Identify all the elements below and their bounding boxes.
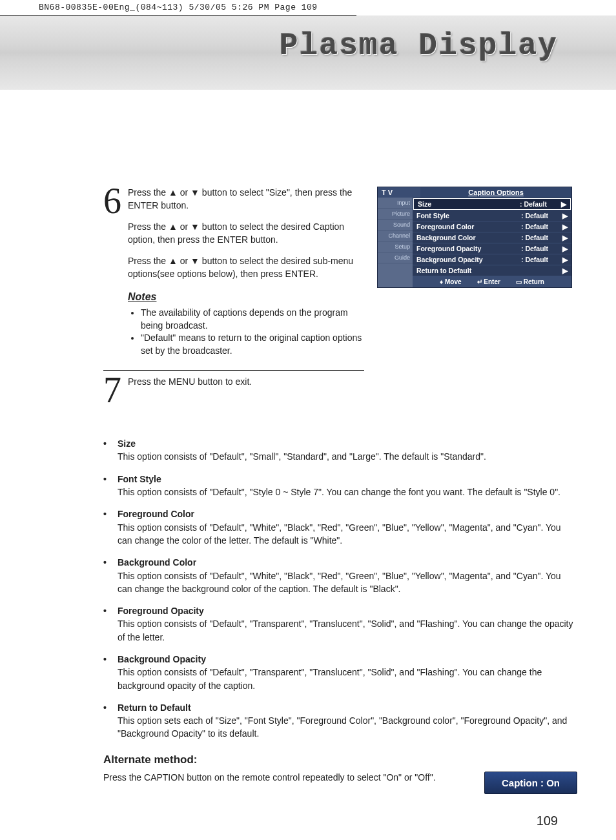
option-title: Font Style (118, 473, 577, 486)
osd-side-setup: Setup (378, 241, 413, 252)
bullet-icon: • (103, 473, 112, 499)
page-number: 109 (103, 814, 577, 828)
osd-row-value: : Default (520, 200, 559, 208)
osd-row-value: : Default (521, 245, 560, 252)
osd-footer-enter: ↵ Enter (477, 278, 500, 285)
caption-status-pill: Caption : On (484, 772, 577, 794)
osd-row-value: : Default (521, 223, 560, 230)
osd-row-bgcolor: Background Color : Default ▶ (413, 232, 571, 243)
osd-row-label: Foreground Color (416, 223, 521, 230)
osd-tv-label: T V (378, 187, 420, 198)
osd-menu: T V Caption Options Input Picture Sound … (377, 187, 572, 288)
osd-footer-move: ♦ Move (440, 278, 461, 285)
option-title: Size (118, 437, 577, 450)
osd-footer: ♦ Move ↵ Enter ▭ Return (413, 276, 571, 287)
alternate-method-heading: Alternate method: (103, 753, 577, 766)
step6-text-1: Press the ▲ or ▼ button to select "Size"… (128, 187, 364, 212)
notes-list: The availability of captions depends on … (128, 307, 364, 357)
bullet-icon: • (103, 556, 112, 595)
osd-row-fgopacity: Foreground Opacity : Default ▶ (413, 243, 571, 254)
notes-heading: Notes (128, 290, 364, 304)
bullet-icon: • (103, 701, 112, 741)
step6-text-2: Press the ▲ or ▼ button to select the de… (128, 221, 364, 246)
chevron-right-icon: ▶ (560, 245, 568, 252)
step7-text: Press the MENU button to exit. (128, 376, 364, 389)
option-item: •Background ColorThis option consists of… (103, 556, 577, 595)
option-item: •Foreground OpacityThis option consists … (103, 604, 577, 644)
step-6: 6 Press the ▲ or ▼ button to select "Siz… (103, 187, 364, 364)
chevron-right-icon: ▶ (559, 200, 566, 208)
option-item: •Return to DefaultThis option sets each … (103, 701, 577, 741)
option-desc: This option consists of "Default", "Whit… (118, 571, 561, 594)
note-item: "Default" means to return to the origina… (141, 332, 364, 357)
option-item: •SizeThis option consists of "Default", … (103, 437, 577, 464)
alternate-method-text: Press the CAPTION button on the remote c… (103, 772, 458, 784)
chevron-right-icon: ▶ (560, 256, 568, 263)
option-title: Foreground Color (118, 507, 577, 520)
osd-side-channel: Channel (378, 230, 413, 241)
step-separator (103, 370, 364, 371)
osd-row-value: : Default (521, 234, 560, 241)
osd-row-label: Size (418, 200, 520, 208)
osd-side-sound: Sound (378, 220, 413, 230)
option-item: •Font StyleThis option consists of "Defa… (103, 473, 577, 499)
chevron-right-icon: ▶ (560, 234, 568, 241)
option-title: Return to Default (118, 701, 577, 714)
osd-title: Caption Options (420, 187, 571, 198)
osd-row-return: Return to Default ▶ (413, 265, 571, 276)
option-item: •Background OpacityThis option consists … (103, 653, 577, 692)
bullet-icon: • (103, 507, 112, 547)
bullet-icon: • (103, 437, 112, 464)
chevron-right-icon: ▶ (560, 267, 568, 274)
step6-text-3: Press the ▲ or ▼ button to select the de… (128, 255, 364, 280)
print-crop-header: BN68-00835E-00Eng_(084~113) 5/30/05 5:26… (0, 0, 356, 15)
osd-sidebar: Input Picture Sound Channel Setup Guide (378, 198, 413, 287)
header-band: Plasma Display (0, 15, 616, 90)
option-title: Background Opacity (118, 653, 577, 666)
osd-row-label: Background Color (416, 234, 521, 241)
osd-side-guide: Guide (378, 252, 413, 263)
osd-row-label: Font Style (416, 212, 521, 220)
option-desc: This option consists of "Default", "Tran… (118, 667, 542, 690)
option-desc: This option consists of "Default", "Tran… (118, 619, 573, 642)
osd-row-bgopacity: Background Opacity : Default ▶ (413, 254, 571, 265)
osd-row-fgcolor: Foreground Color : Default ▶ (413, 221, 571, 232)
osd-options: Size : Default ▶ Font Style : Default ▶ … (413, 198, 571, 287)
osd-row-value: : Default (521, 212, 560, 220)
step-number-6: 6 (103, 187, 123, 364)
options-list: •SizeThis option consists of "Default", … (103, 437, 577, 741)
step-number-7: 7 (103, 376, 123, 405)
osd-row-label: Return to Default (416, 267, 521, 274)
option-desc: This option consists of "Default", "Smal… (118, 451, 486, 462)
osd-side-input: Input (378, 198, 413, 209)
osd-row-font: Font Style : Default ▶ (413, 210, 571, 221)
osd-row-value: : Default (521, 256, 560, 263)
chevron-right-icon: ▶ (560, 212, 568, 220)
osd-row-label: Background Opacity (416, 256, 521, 263)
osd-footer-return: ▭ Return (516, 278, 544, 285)
option-title: Background Color (118, 556, 577, 569)
bullet-icon: • (103, 653, 112, 692)
osd-row-size: Size : Default ▶ (413, 198, 571, 210)
option-item: •Foreground ColorThis option consists of… (103, 507, 577, 547)
option-desc: This option consists of "Default", "Whit… (118, 522, 561, 546)
bullet-icon: • (103, 604, 112, 644)
note-item: The availability of captions depends on … (141, 307, 364, 332)
osd-row-label: Foreground Opacity (416, 245, 521, 252)
chevron-right-icon: ▶ (560, 223, 568, 230)
option-desc: This option sets each of "Size", "Font S… (118, 715, 567, 739)
option-title: Foreground Opacity (118, 604, 577, 617)
page-heading: Plasma Display (280, 28, 558, 63)
option-desc: This option consists of "Default", "Styl… (118, 487, 560, 497)
step-7: 7 Press the MENU button to exit. (103, 376, 364, 405)
osd-side-picture: Picture (378, 209, 413, 220)
